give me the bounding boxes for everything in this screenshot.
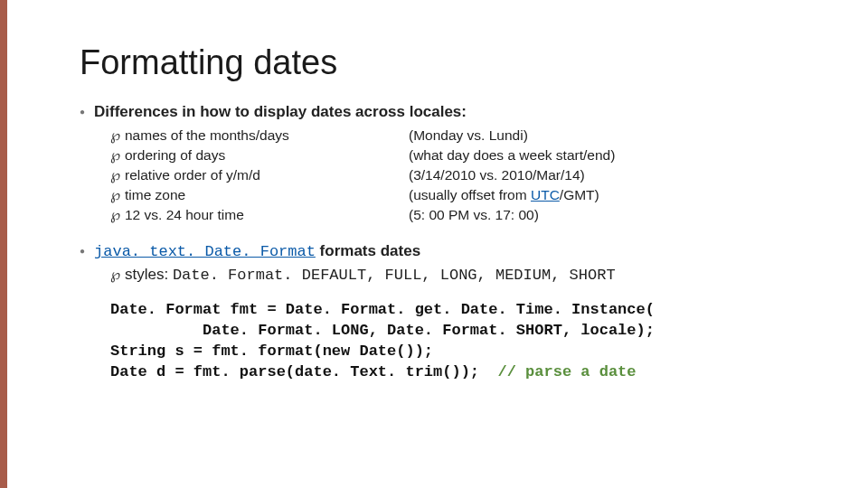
code-line: Date. Format fmt = Date. Format. get. Da…: [110, 301, 655, 318]
flourish-icon: ℘: [110, 185, 125, 205]
code-comment: // parse a date: [497, 363, 636, 380]
note-pre: (usually offset from: [409, 187, 531, 202]
flourish-icon: ℘: [110, 145, 125, 165]
code-line: Date. Format. LONG, Date. Format. SHORT,…: [110, 322, 655, 339]
code-block: Date. Format fmt = Date. Format. get. Da…: [110, 299, 805, 382]
slide-container: { "title": "Formatting dates", "section1…: [0, 0, 868, 409]
bullet-2-text: java. text. Date. Format formats dates: [94, 241, 420, 262]
flourish-icon: ℘: [110, 165, 125, 185]
utc-link[interactable]: UTC: [531, 187, 560, 202]
flourish-icon: ℘: [110, 264, 125, 286]
bullet-dot-icon: ●: [80, 241, 85, 261]
dateformat-link[interactable]: java. text. Date. Format: [94, 243, 316, 260]
item-note: (Monday vs. Lundi): [409, 126, 707, 145]
two-column-list: ℘names of the months/days ℘ordering of d…: [110, 126, 805, 225]
item-note: (what day does a week start/end): [409, 145, 707, 165]
right-column: (Monday vs. Lundi) (what day does a week…: [409, 126, 707, 225]
item-text: relative order of y/m/d: [125, 167, 260, 183]
flourish-icon: ℘: [110, 205, 125, 225]
list-item: ℘12 vs. 24 hour time: [110, 205, 409, 225]
list-item: ℘ordering of days: [110, 145, 409, 165]
left-column: ℘names of the months/days ℘ordering of d…: [110, 126, 409, 225]
bullet-1-text: Differences in how to display dates acro…: [94, 102, 467, 122]
item-text: time zone: [125, 187, 185, 202]
list-item: ℘names of the months/days: [110, 126, 409, 145]
bullet-2-suffix: formats dates: [316, 242, 420, 259]
note-post: /GMT): [560, 187, 599, 202]
list-item: ℘time zone: [110, 185, 409, 205]
item-note: (5: 00 PM vs. 17: 00): [409, 205, 707, 225]
slide-title: Formatting dates: [80, 43, 805, 82]
bullet-dot-icon: ●: [80, 102, 85, 122]
item-text: ordering of days: [125, 147, 225, 163]
code-line: Date d = fmt. parse(date. Text. trim());: [110, 363, 497, 380]
list-item: ℘relative order of y/m/d: [110, 165, 409, 185]
item-note: (usually offset from UTC/GMT): [409, 185, 707, 205]
styles-row: ℘styles: Date. Format. DEFAULT, FULL, LO…: [110, 264, 805, 286]
bullet-2: ● java. text. Date. Format formats dates: [80, 241, 805, 262]
item-note: (3/14/2010 vs. 2010/Mar/14): [409, 165, 707, 185]
item-text: 12 vs. 24 hour time: [125, 207, 244, 222]
styles-label: styles:: [125, 266, 173, 283]
flourish-icon: ℘: [110, 126, 125, 145]
accent-bar: [0, 0, 7, 488]
item-text: names of the months/days: [125, 127, 289, 143]
code-line: String s = fmt. format(new Date());: [110, 343, 433, 360]
bullet-1: ● Differences in how to display dates ac…: [80, 102, 805, 122]
styles-values: Date. Format. DEFAULT, FULL, LONG, MEDIU…: [173, 267, 616, 284]
